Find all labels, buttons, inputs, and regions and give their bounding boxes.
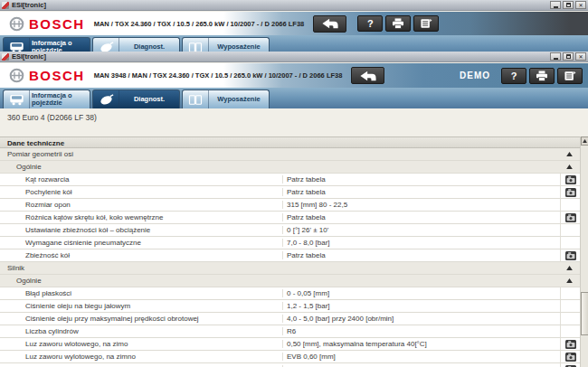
help-button[interactable]: ? (357, 15, 383, 32)
table-row: Pochylenie kółPatrz tabela (0, 186, 580, 199)
camera-button[interactable] (565, 353, 576, 362)
row-media-cell (560, 300, 580, 312)
row-label: Błąd płaskości (0, 289, 283, 297)
scrollbar-thumb[interactable] (581, 292, 588, 335)
tab-equipment[interactable]: Wyposażenie (182, 89, 270, 108)
desktop: ESI[tronic] ✕ BOSCH MAN / TGX 24.360 / T… (0, 0, 588, 367)
row-value: 0,50 [mm], maksymalna temperatura 40[°C] (283, 340, 560, 348)
back-button[interactable] (313, 15, 346, 33)
bosch-wordmark: BOSCH (29, 68, 85, 83)
row-value: 315 [mm] 80 - 22,5 (283, 201, 560, 209)
window2-tabbar: Informacja o pojeździe Diagnost. Wyposaż… (0, 88, 588, 108)
row-value: 0 [°] 26' ± 10' (283, 226, 560, 234)
row-media-cell (560, 174, 580, 185)
technical-data-table: Dane techniczne Pomiar geometrii osiOgól… (0, 136, 588, 367)
row-media-cell (560, 313, 580, 325)
table-row: Błąd płaskości0 - 0,05 [mm] (0, 287, 580, 300)
row-media-cell (560, 363, 580, 367)
row-media-cell (560, 325, 580, 337)
diagnostics-icon (93, 90, 119, 108)
table-row: Rozmiar opon315 [mm] 80 - 22,5 (0, 199, 580, 212)
window2-title: ESI[tronic] (12, 52, 46, 61)
row-label: Rozmiar opon (0, 201, 283, 209)
row-label: Luz zaworu wylotowego, na zimno (0, 353, 283, 361)
camera-button[interactable] (565, 251, 576, 260)
camera-button[interactable] (565, 213, 576, 222)
row-value: Patrz tabela (283, 251, 560, 259)
bosch-armature-icon (9, 16, 24, 32)
subsection-label: Ogólnie (0, 277, 558, 285)
tech-table-body: Pomiar geometrii osiOgólnieKąt rozwarcia… (0, 148, 588, 367)
row-value: EVB 0,60 [mm] (283, 353, 560, 361)
bosch-armature-icon (9, 68, 24, 83)
row-media-cell (560, 212, 580, 223)
camera-button[interactable] (565, 340, 576, 349)
back-button[interactable] (351, 67, 384, 84)
demo-badge: DEMO (460, 71, 490, 80)
maximize-button[interactable] (563, 1, 574, 9)
book-icon (183, 90, 209, 108)
section-label: Silnik (0, 264, 558, 272)
camera-button[interactable] (565, 175, 576, 184)
tab-label: Informacja o pojeździe (30, 90, 90, 108)
row-media-cell (560, 224, 580, 236)
table-row: Różnica kątów skrętu kół, koło wewnętrzn… (0, 212, 580, 224)
section-label: Pomiar geometrii osi (0, 150, 558, 158)
window2-titlebar[interactable]: ESI[tronic] ✕ (0, 52, 588, 62)
row-label: Luz zaworu wlotowego, na zimo (0, 340, 283, 348)
bosch-wordmark: BOSCH (29, 16, 85, 32)
collapse-arrow-icon[interactable] (566, 266, 573, 270)
camera-button[interactable] (565, 188, 576, 197)
tab-vehicle-info[interactable]: Informacja o pojeździe (3, 89, 90, 108)
close-button[interactable]: ✕ (575, 1, 586, 9)
print-icon (536, 71, 548, 81)
collapse-arrow-icon[interactable] (566, 152, 573, 156)
print-button[interactable] (529, 68, 555, 84)
row-value: R6 (283, 327, 560, 335)
window1-vehicle-info: MAN / TGX 24.360 / TGX / 10.5 / 265.0 kW… (94, 20, 305, 28)
row-value: Patrz tabela (283, 188, 560, 196)
collapse-arrow-icon[interactable] (566, 278, 573, 283)
tab-diagnostics[interactable]: Diagnost. (92, 89, 180, 108)
close-button[interactable]: ✕ (575, 52, 586, 61)
row-media-cell (560, 237, 580, 249)
collapse-arrow-icon[interactable] (566, 165, 573, 169)
report-button[interactable] (413, 15, 439, 32)
scroll-up-button[interactable] (581, 136, 588, 146)
section-row[interactable]: Pomiar geometrii osi (0, 148, 580, 161)
bosch-logo: BOSCH (9, 68, 85, 83)
minimize-button[interactable] (550, 1, 561, 9)
maximize-button[interactable] (563, 52, 574, 61)
window1-titlebar[interactable]: ESI[tronic] ✕ (0, 0, 588, 11)
row-label: Ciśnienie oleju na biegu jałowym (0, 302, 283, 310)
table-row: Kąt rozwarciaPatrz tabela (0, 174, 580, 186)
row-label: Ustawianie zbieżności kół – obciążenie (0, 226, 283, 234)
table-row: Luz zaworu wylotowego, na zimnoEVB 0,60 … (0, 351, 580, 363)
minimize-button[interactable] (550, 52, 561, 61)
table-row: Ustawianie zbieżności kół – obciążenie0 … (0, 224, 580, 237)
table-row: Wymagane ciśnienie pneumatyczne7,0 - 8,0… (0, 237, 580, 249)
row-media-cell (560, 249, 580, 261)
back-arrow-icon (359, 71, 377, 81)
tab-label: Diagnost. (119, 90, 179, 108)
subsection-row[interactable]: Ogólnie (0, 275, 580, 287)
report-button[interactable] (557, 68, 583, 84)
app-icon (2, 53, 9, 61)
table-row: Ciśnienie oleju przy maksymalnej prędkoś… (0, 313, 580, 325)
row-value: Patrz tabela (283, 175, 560, 184)
subsection-row[interactable]: Ogólnie (0, 161, 580, 174)
vertical-scrollbar[interactable] (580, 136, 588, 367)
table-row: Liczba cylindrówR6 (0, 325, 580, 338)
row-media-cell (560, 287, 580, 299)
row-value: 7,0 - 8,0 [bar] (283, 239, 560, 247)
row-value: 1,2 - 1,5 [bar] (283, 302, 560, 310)
report-icon (564, 71, 576, 81)
row-label: Liczba cylindrów (0, 327, 283, 335)
help-button[interactable]: ? (501, 68, 526, 84)
row-label: Zbieżność kół (0, 251, 283, 259)
engine-variant-label: 360 Euro 4 (D2066 LF 38) (0, 108, 588, 122)
print-button[interactable] (385, 15, 411, 32)
section-row[interactable]: Silnik (0, 262, 580, 275)
row-media-cell (560, 199, 580, 211)
window1-title: ESI[tronic] (12, 1, 46, 9)
